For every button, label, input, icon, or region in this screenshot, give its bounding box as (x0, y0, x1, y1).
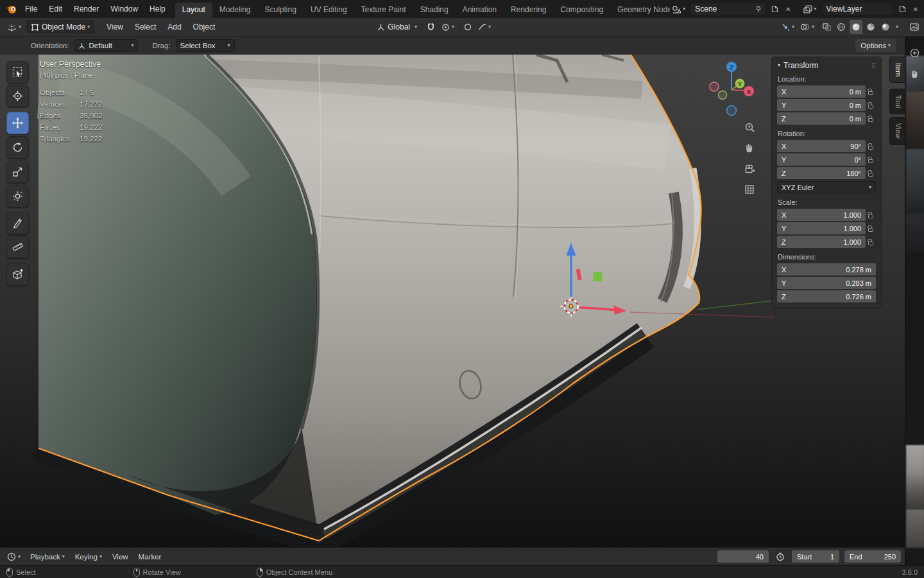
shading-material-button[interactable] (864, 20, 877, 34)
menu-view[interactable]: View (101, 18, 129, 36)
snap-toggle[interactable] (425, 20, 437, 34)
transform-orientation-dropdown[interactable]: Global ▾ (375, 20, 419, 34)
scene-icon[interactable]: ▾ (670, 2, 687, 16)
chevron-down-icon[interactable]: ▾ (896, 24, 898, 30)
tool-measure-button[interactable] (6, 236, 29, 258)
timeline-menu-playback[interactable]: Playback▾ (25, 548, 70, 565)
zoom-button[interactable] (742, 119, 757, 135)
tool-annotate-button[interactable] (6, 212, 29, 234)
current-frame-field[interactable]: 40 (717, 550, 769, 563)
pan-button[interactable] (742, 140, 757, 155)
rotation-z-field[interactable]: Z180° (777, 167, 866, 179)
snap-settings-dropdown[interactable]: ▾ (440, 20, 456, 34)
reference-photo[interactable] (906, 509, 924, 548)
proportional-editing-toggle[interactable] (462, 20, 474, 34)
lock-icon[interactable] (866, 140, 876, 152)
sidebar-tab-tool[interactable]: Tool (889, 89, 905, 114)
add-image-button[interactable] (910, 48, 920, 58)
menu-edit[interactable]: Edit (43, 0, 68, 18)
shading-rendered-button[interactable] (879, 20, 892, 34)
tool-move-button[interactable] (6, 112, 29, 134)
lock-icon[interactable] (866, 85, 876, 98)
unlink-scene-icon[interactable]: ✕ (783, 2, 792, 16)
new-scene-icon[interactable] (769, 2, 780, 16)
tool-rotate-button[interactable] (6, 136, 29, 159)
viewport-3d[interactable]: Z Y X (0, 55, 905, 547)
menu-file[interactable]: File (19, 0, 43, 18)
timeline-menu-marker[interactable]: Marker (133, 548, 167, 565)
tool-select-box-button[interactable] (6, 61, 29, 83)
mode-dropdown[interactable]: Object Mode ▾ (27, 21, 94, 33)
shading-wireframe-button[interactable] (835, 20, 848, 34)
scale-y-field[interactable]: Y1.000 (777, 222, 866, 234)
orientation-setting-dropdown[interactable]: Default ▾ (74, 39, 138, 52)
menu-help[interactable]: Help (144, 0, 171, 18)
drag-setting-dropdown[interactable]: Select Box ▾ (176, 39, 235, 52)
pan-strip-button[interactable] (910, 69, 920, 79)
menu-add[interactable]: Add (162, 18, 187, 36)
location-z-field[interactable]: Z0 m (777, 112, 866, 125)
location-x-field[interactable]: X0 m (777, 85, 866, 98)
workspace-tab-animation[interactable]: Animation (456, 3, 504, 18)
lock-icon[interactable] (866, 236, 876, 248)
view-layer-selector[interactable]: ViewLayer (822, 3, 894, 15)
menu-window[interactable]: Window (105, 0, 144, 18)
rotation-mode-dropdown[interactable]: XYZ Euler ▾ (777, 181, 876, 193)
reference-photo[interactable] (906, 213, 924, 252)
new-view-layer-icon[interactable] (897, 2, 908, 16)
remove-view-layer-icon[interactable]: ✕ (911, 2, 920, 16)
workspace-tab-layout[interactable]: Layout (175, 3, 212, 18)
tool-add-cube-button[interactable] (6, 263, 29, 286)
pin-icon[interactable] (755, 6, 762, 13)
scale-x-field[interactable]: X1.000 (777, 209, 866, 221)
dimensions-y-field[interactable]: Y0.283 m (777, 277, 876, 289)
proportional-falloff-dropdown[interactable]: ▾ (476, 20, 493, 34)
lock-icon[interactable] (866, 99, 876, 111)
lock-icon[interactable] (866, 209, 876, 221)
scene-selector[interactable]: Scene (690, 3, 766, 15)
panel-collapse-icon[interactable]: ▾ (778, 63, 780, 68)
dimensions-z-field[interactable]: Z0.726 m (777, 290, 876, 302)
workspace-tab-shading[interactable]: Shading (413, 3, 456, 18)
editor-type-icon[interactable]: ▾ (5, 20, 23, 34)
reference-photo[interactable] (906, 149, 924, 213)
menu-select[interactable]: Select (129, 18, 162, 36)
xray-toggle[interactable] (821, 20, 833, 34)
frame-end-field[interactable]: End 250 (844, 550, 901, 563)
dimensions-x-field[interactable]: X0.278 m (777, 263, 876, 276)
workspace-tab-texture-paint[interactable]: Texture Paint (354, 3, 413, 18)
sidebar-tab-view[interactable]: View (889, 117, 905, 145)
preview-range-clock-icon[interactable] (774, 550, 787, 564)
menu-render[interactable]: Render (68, 0, 105, 18)
timeline-menu-keying[interactable]: Keying▾ (70, 548, 107, 565)
panel-title[interactable]: Transform (783, 61, 818, 70)
frame-start-field[interactable]: Start 1 (792, 550, 839, 563)
camera-view-button[interactable] (742, 161, 757, 177)
workspace-tab-uv-editing[interactable]: UV Editing (304, 3, 354, 18)
options-dropdown[interactable]: Options ▾ (855, 39, 896, 52)
lock-icon[interactable] (866, 112, 876, 125)
workspace-tab-compositing[interactable]: Compositing (553, 3, 610, 18)
workspace-tab-modeling[interactable]: Modeling (212, 3, 258, 18)
reference-photo[interactable] (906, 91, 924, 149)
view-layer-icon[interactable]: ▾ (801, 2, 819, 16)
tool-cursor-button[interactable] (6, 85, 29, 107)
menu-object[interactable]: Object (187, 18, 221, 36)
toggle-ortho-button[interactable] (742, 182, 757, 197)
panel-drag-handle-icon[interactable]: ⠿ (871, 62, 876, 69)
lock-icon[interactable] (866, 153, 876, 166)
scale-z-field[interactable]: Z1.000 (777, 236, 866, 248)
workspace-tab-rendering[interactable]: Rendering (504, 3, 553, 18)
workspace-tab-sculpting[interactable]: Sculpting (258, 3, 304, 18)
show-gizmo-dropdown[interactable]: ▾ (780, 20, 796, 34)
blender-logo-icon[interactable] (5, 4, 17, 14)
timeline-menu-view[interactable]: View (107, 548, 133, 565)
workspace-tab-geometry-nodes[interactable]: Geometry Nodes (610, 3, 670, 18)
sidebar-tab-item[interactable]: Item (889, 57, 905, 83)
shading-solid-button[interactable] (850, 20, 862, 34)
tool-transform-button[interactable] (6, 185, 29, 207)
timeline-editor-icon[interactable]: ▾ (5, 550, 22, 564)
rotation-y-field[interactable]: Y0° (777, 153, 866, 166)
nav-axis-neg-x[interactable] (710, 82, 719, 91)
nav-axis-neg-z[interactable] (727, 106, 737, 116)
